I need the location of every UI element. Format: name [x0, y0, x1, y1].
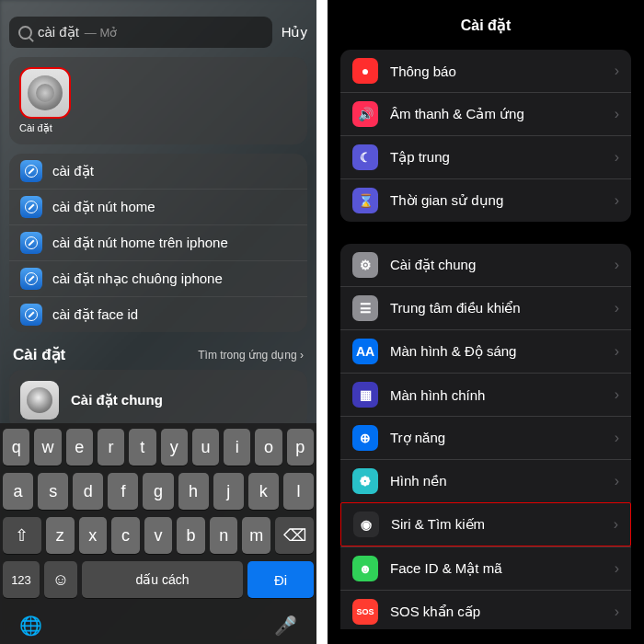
key-w[interactable]: w — [34, 429, 61, 466]
settings-row-wallpaper[interactable]: ❁Hình nền› — [340, 459, 631, 502]
row-label: Âm thanh & Cảm ứng — [390, 106, 603, 122]
chevron-right-icon: › — [615, 192, 619, 209]
settings-row-sos[interactable]: SOSSOS khẩn cấp› — [340, 590, 631, 629]
search-hint: — Mở — [85, 26, 117, 40]
keyboard-bottom-bar: 🌐 🎤 — [3, 605, 314, 637]
safari-icon — [20, 268, 42, 290]
key-n[interactable]: n — [210, 517, 238, 554]
key-emoji[interactable]: ☺ — [44, 561, 77, 598]
brightness-icon: AA — [352, 339, 378, 364]
suggestion-item[interactable]: cài đặt — [9, 154, 307, 189]
moon-icon: ☾ — [352, 144, 378, 170]
suggestion-item[interactable]: cài đặt nút home — [9, 189, 307, 224]
settings-row-gear[interactable]: ⚙Cài đặt chung› — [340, 244, 631, 286]
suggestion-item[interactable]: cài đặt nhạc chuông iphone — [9, 260, 307, 296]
settings-row-bell[interactable]: ●Thông báo› — [340, 50, 631, 92]
key-d[interactable]: d — [73, 473, 103, 510]
search-query: cài đặt — [38, 24, 79, 40]
key-f[interactable]: f — [108, 473, 138, 510]
gear-icon — [20, 381, 59, 420]
row-label: Trợ năng — [390, 430, 603, 446]
key-j[interactable]: j — [213, 473, 244, 510]
key-space[interactable]: dấu cách — [82, 561, 243, 598]
suggestion-text: cài đặt nút home — [52, 199, 155, 215]
settings-row-hourglass[interactable]: ⌛Thời gian sử dụng› — [340, 178, 631, 222]
top-hit-card[interactable]: Cài đặt — [9, 57, 307, 144]
key-g[interactable]: g — [143, 473, 173, 510]
result-settings-general[interactable]: Cài đặt chung — [9, 370, 307, 431]
chevron-right-icon: › — [615, 386, 619, 403]
suggestion-list: cài đặtcài đặt nút homecài đặt nút home … — [9, 154, 307, 332]
key-q[interactable]: q — [3, 429, 29, 466]
settings-row-brightness[interactable]: AAMàn hình & Độ sáng› — [340, 329, 631, 373]
sound-icon: 🔊 — [352, 101, 378, 127]
suggestion-text: cài đặt nhạc chuông iphone — [52, 270, 223, 287]
search-input[interactable]: cài đặt — Mở — [9, 17, 272, 48]
row-label: SOS khẩn cấp — [390, 604, 603, 620]
safari-icon — [20, 304, 42, 326]
chevron-right-icon: › — [614, 516, 618, 533]
settings-row-toggles[interactable]: ☰Trung tâm điều khiển› — [340, 286, 631, 329]
row-label: Face ID & Mật mã — [390, 560, 603, 577]
key-shift[interactable]: ⇧ — [3, 517, 41, 554]
settings-screen: Cài đặt ●Thông báo›🔊Âm thanh & Cảm ứng›☾… — [328, 0, 644, 644]
key-b[interactable]: b — [177, 517, 205, 554]
key-c[interactable]: c — [111, 517, 140, 554]
key-e[interactable]: e — [66, 429, 93, 466]
settings-row-accessibility[interactable]: ⊕Trợ năng› — [340, 416, 631, 459]
row-label: Thời gian sử dụng — [390, 192, 603, 209]
search-in-apps-link[interactable]: Tìm trong ứng dụng › — [198, 349, 304, 362]
settings-row-grid[interactable]: ▦Màn hình chính› — [340, 373, 631, 416]
key-o[interactable]: o — [255, 429, 282, 466]
row-label: Hình nền — [390, 473, 603, 489]
section-title: Cài đặt — [13, 345, 65, 364]
suggestion-text: cài đặt face id — [52, 306, 138, 323]
key-m[interactable]: m — [242, 517, 270, 554]
globe-icon[interactable]: 🌐 — [19, 615, 42, 637]
key-i[interactable]: i — [224, 429, 250, 466]
key-numbers[interactable]: 123 — [3, 561, 40, 598]
suggestion-text: cài đặt nút home trên iphone — [52, 235, 228, 251]
key-x[interactable]: x — [79, 517, 108, 554]
key-u[interactable]: u — [192, 429, 219, 466]
settings-app-icon[interactable] — [19, 67, 71, 119]
safari-icon — [20, 160, 42, 182]
key-p[interactable]: p — [287, 429, 314, 466]
wallpaper-icon: ❁ — [352, 468, 378, 494]
key-r[interactable]: r — [98, 429, 124, 466]
chevron-right-icon: › — [615, 300, 619, 316]
suggestion-item[interactable]: cài đặt face id — [9, 296, 307, 332]
page-title: Cài đặt — [328, 0, 644, 47]
key-y[interactable]: y — [161, 429, 188, 466]
key-k[interactable]: k — [248, 473, 279, 510]
key-v[interactable]: v — [144, 517, 173, 554]
chevron-right-icon: › — [615, 560, 619, 577]
safari-icon — [20, 196, 42, 218]
settings-row-sound[interactable]: 🔊Âm thanh & Cảm ứng› — [340, 92, 631, 135]
chevron-right-icon: › — [615, 257, 619, 273]
spotlight-screen: cài đặt — Mở Hủy Cài đặt cài đặtcài đặt … — [0, 0, 316, 644]
key-go[interactable]: Đi — [247, 561, 314, 598]
key-z[interactable]: z — [46, 517, 75, 554]
key-s[interactable]: s — [38, 473, 68, 510]
key-h[interactable]: h — [178, 473, 209, 510]
row-label: Siri & Tìm kiếm — [391, 516, 602, 533]
cancel-button[interactable]: Hủy — [282, 24, 307, 40]
search-icon — [18, 26, 32, 40]
bell-icon: ● — [352, 58, 378, 84]
mic-icon[interactable]: 🎤 — [274, 615, 297, 637]
chevron-right-icon: › — [615, 149, 619, 166]
settings-row-siri[interactable]: ◉Siri & Tìm kiếm› — [340, 502, 631, 546]
key-backspace[interactable]: ⌫ — [275, 517, 314, 554]
faceid-icon: ☻ — [352, 556, 378, 581]
key-t[interactable]: t — [129, 429, 155, 466]
settings-row-faceid[interactable]: ☻Face ID & Mật mã› — [340, 546, 631, 590]
section-header: Cài đặt Tìm trong ứng dụng › — [13, 345, 304, 364]
suggestion-item[interactable]: cài đặt nút home trên iphone — [9, 224, 307, 260]
row-label: Màn hình chính — [390, 387, 603, 403]
settings-row-moon[interactable]: ☾Tập trung› — [340, 135, 631, 178]
key-a[interactable]: a — [3, 473, 33, 510]
key-l[interactable]: l — [283, 473, 314, 510]
chevron-right-icon: › — [615, 343, 619, 360]
row-label: Thông báo — [390, 63, 603, 79]
